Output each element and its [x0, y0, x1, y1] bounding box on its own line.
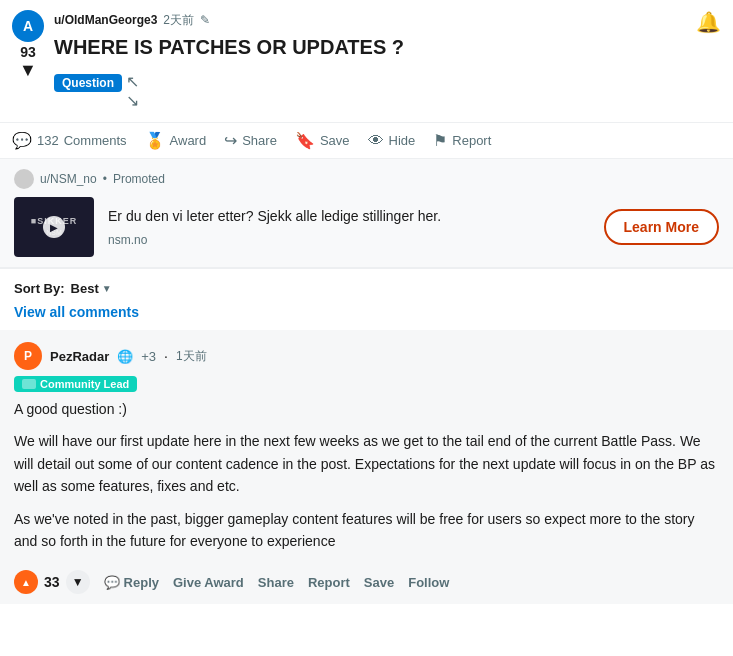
ad-description: Er du den vi leter etter? Sjekk alle led… [108, 207, 590, 227]
comment-body: A good question :) We will have our firs… [14, 398, 719, 552]
downvote-icon[interactable]: ▼ [19, 60, 37, 81]
play-icon[interactable]: ▶ [43, 216, 65, 238]
community-lead-badge: Community Lead [14, 376, 137, 392]
save-action[interactable]: 🔖 Save [295, 131, 350, 150]
badge-shield-icon [22, 379, 36, 389]
post-author[interactable]: u/OldManGeorge3 [54, 13, 157, 27]
comment-follow-action[interactable]: Follow [408, 575, 449, 590]
comment-paragraph-1: A good question :) [14, 398, 719, 420]
comment-item: P PezRadar 🌐 +3 · 1天前 Community Lead A g… [0, 330, 733, 604]
share-action[interactable]: ↪ Share [224, 131, 277, 150]
badge-label: Community Lead [40, 378, 129, 390]
comment-follow-label: Follow [408, 575, 449, 590]
edit-icon: ✎ [200, 13, 210, 27]
comment-save-label: Save [364, 575, 394, 590]
report-icon: ⚑ [433, 131, 447, 150]
award-action[interactable]: 🏅 Award [145, 131, 207, 150]
ad-username[interactable]: u/NSM_no [40, 172, 97, 186]
reply-action[interactable]: 💬 Reply [104, 575, 159, 590]
hide-icon: 👁 [368, 132, 384, 150]
ad-meta: u/NSM_no • Promoted [14, 169, 719, 189]
post-title: WHERE IS PATCHES OR UPDATES ? [54, 34, 721, 60]
vote-count: 93 [20, 44, 36, 60]
comment-username[interactable]: PezRadar [50, 349, 109, 364]
sort-value: Best [71, 281, 99, 296]
ad-avatar [14, 169, 34, 189]
learn-more-button[interactable]: Learn More [604, 209, 719, 245]
author-avatar: A [12, 10, 44, 42]
comment-share-label: Share [258, 575, 294, 590]
ad-section: u/NSM_no • Promoted ■SIKKER NSM ▶ Er du … [0, 159, 733, 268]
save-icon: 🔖 [295, 131, 315, 150]
save-label: Save [320, 133, 350, 148]
report-action[interactable]: ⚑ Report [433, 131, 491, 150]
post-header: A 93 ▼ u/OldManGeorge3 2天前 ✎ 🔔 WHERE IS … [0, 0, 733, 122]
comment-report-action[interactable]: Report [308, 575, 350, 590]
comment-vote-count: 33 [44, 574, 60, 590]
post-meta: u/OldManGeorge3 2天前 ✎ [54, 12, 210, 29]
award-label: Award [170, 133, 207, 148]
sort-bar: Sort By: Best ▼ [14, 281, 719, 296]
comment-paragraph-3: As we've noted in the past, bigger gamep… [14, 508, 719, 553]
sort-dropdown[interactable]: Best ▼ [71, 281, 112, 296]
reply-icon: 💬 [104, 575, 120, 590]
comment-header: P PezRadar 🌐 +3 · 1天前 [14, 342, 719, 370]
post-flair[interactable]: Question [54, 74, 122, 92]
comment-emoji: 🌐 [117, 349, 133, 364]
sort-label: Sort By: [14, 281, 65, 296]
share-label: Share [242, 133, 277, 148]
comments-header: Sort By: Best ▼ View all comments [0, 269, 733, 324]
comment-icon: 💬 [12, 131, 32, 150]
ad-promoted-label: Promoted [113, 172, 165, 186]
comment-points: +3 [141, 349, 156, 364]
comment-vote-group: ▲ 33 ▼ [14, 570, 90, 594]
sort-arrow-icon: ▼ [102, 283, 112, 294]
comment-share-action[interactable]: Share [258, 575, 294, 590]
comment-paragraph-2: We will have our first update here in th… [14, 430, 719, 497]
hide-label: Hide [389, 133, 416, 148]
comment-action-bar: ▲ 33 ▼ 💬 Reply Give Award Share Report S… [14, 562, 719, 594]
ad-domain: nsm.no [108, 233, 590, 247]
view-all-comments-link[interactable]: View all comments [14, 304, 139, 320]
comments-action[interactable]: 💬 132 Comments [12, 131, 127, 150]
give-award-label: Give Award [173, 575, 244, 590]
comment-report-label: Report [308, 575, 350, 590]
ad-content: ■SIKKER NSM ▶ Er du den vi leter etter? … [14, 197, 719, 257]
ad-thumbnail[interactable]: ■SIKKER NSM ▶ [14, 197, 94, 257]
reply-label: Reply [124, 575, 159, 590]
expand-icon[interactable]: ↖ ↘ [126, 72, 139, 110]
hide-action[interactable]: 👁 Hide [368, 132, 416, 150]
notification-bell-icon[interactable]: 🔔 [696, 10, 721, 34]
report-label: Report [452, 133, 491, 148]
award-icon: 🏅 [145, 131, 165, 150]
give-award-action[interactable]: Give Award [173, 575, 244, 590]
comment-count: 132 [37, 133, 59, 148]
ad-text-section: Er du den vi leter etter? Sjekk alle led… [108, 207, 590, 247]
comments-label: Comments [64, 133, 127, 148]
post-time: 2天前 [163, 12, 194, 29]
comment-time: 1天前 [176, 348, 207, 365]
vote-column: A 93 ▼ [12, 10, 44, 81]
comment-upvote-button[interactable]: ▲ [14, 570, 38, 594]
comment-author-avatar: P [14, 342, 42, 370]
comment-downvote-button[interactable]: ▼ [66, 570, 90, 594]
post-content: u/OldManGeorge3 2天前 ✎ 🔔 WHERE IS PATCHES… [54, 10, 721, 116]
comment-save-action[interactable]: Save [364, 575, 394, 590]
post-action-bar: 💬 132 Comments 🏅 Award ↪ Share 🔖 Save 👁 … [0, 122, 733, 159]
share-icon: ↪ [224, 131, 237, 150]
